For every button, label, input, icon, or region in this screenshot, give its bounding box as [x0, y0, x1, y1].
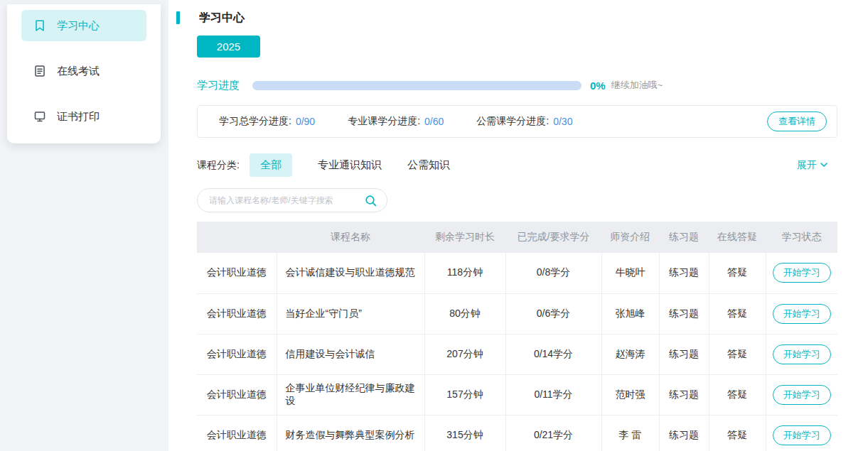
bookmark-icon	[33, 18, 47, 33]
course-credits: 0/21学分	[505, 415, 601, 451]
header-course-name: 课程名称	[277, 222, 424, 253]
course-teacher: 赵海涛	[601, 334, 659, 374]
course-credits: 0/6学分	[505, 293, 601, 334]
chevron-down-icon	[820, 163, 827, 168]
tab-public-knowledge[interactable]: 公需知识	[407, 158, 450, 172]
year-filter-button[interactable]: 2025	[197, 36, 260, 58]
course-action-cell: 开始学习	[766, 253, 837, 293]
course-teacher: 范时强	[601, 374, 659, 415]
course-name: 企事业单位财经纪律与廉政建设	[277, 374, 424, 415]
table-row: 会计职业道德 信用建设与会计诚信 207分钟 0/14学分 赵海涛 练习题 答疑…	[197, 334, 837, 374]
course-teacher: 张旭峰	[601, 293, 659, 334]
total-credit-label: 学习总学分进度:	[219, 115, 291, 128]
course-action-cell: 开始学习	[766, 415, 837, 451]
credit-summary-box: 学习总学分进度: 0/90 专业课学分进度: 0/60 公需课学分进度: 0/3…	[197, 105, 837, 138]
sidebar: 学习中心 在线考试 证书打印	[7, 4, 161, 143]
course-name: 当好企业“守门员”	[277, 293, 424, 334]
start-learning-button[interactable]: 开始学习	[773, 263, 831, 283]
course-action-cell: 开始学习	[766, 293, 837, 334]
exercise-link[interactable]: 练习题	[659, 415, 709, 451]
public-credit-label: 公需课学分进度:	[476, 115, 549, 128]
course-duration: 80分钟	[424, 293, 505, 334]
total-credit-progress: 学习总学分进度: 0/90	[219, 115, 315, 128]
start-learning-button[interactable]: 开始学习	[773, 385, 831, 405]
progress-label: 学习进度	[197, 79, 240, 92]
course-action-cell: 开始学习	[766, 334, 837, 374]
sidebar-item-certificate-print[interactable]: 证书打印	[21, 101, 146, 132]
header-remaining-duration: 剩余学习时长	[424, 222, 505, 253]
start-learning-button[interactable]: 开始学习	[773, 425, 831, 445]
header-online-qa: 在线答疑	[709, 222, 766, 253]
header-exercise: 练习题	[659, 222, 709, 253]
course-duration: 157分钟	[424, 374, 505, 415]
qa-link[interactable]: 答疑	[709, 293, 766, 334]
course-name: 财务造假与舞弊典型案例分析	[277, 415, 424, 451]
tab-all[interactable]: 全部	[250, 153, 292, 177]
exercise-link[interactable]: 练习题	[659, 334, 709, 374]
category-filter-row: 课程分类: 全部 专业通识知识 公需知识 展开	[197, 153, 837, 177]
search-button[interactable]	[365, 195, 377, 207]
course-duration: 315分钟	[424, 415, 505, 451]
course-teacher: 牛晓叶	[601, 253, 659, 293]
progress-percent: 0%	[590, 80, 606, 92]
course-credits: 0/14学分	[505, 334, 601, 374]
course-name: 会计诚信建设与职业道德规范	[277, 253, 424, 293]
sidebar-item-online-exam[interactable]: 在线考试	[21, 55, 146, 87]
progress-encourage-text: 继续加油哦~	[611, 79, 663, 92]
course-duration: 207分钟	[424, 334, 505, 374]
header-credits: 已完成/要求学分	[505, 222, 601, 253]
header-category	[197, 222, 277, 253]
table-row: 会计职业道德 企事业单位财经纪律与廉政建设 157分钟 0/11学分 范时强 练…	[197, 374, 837, 415]
document-icon	[33, 64, 47, 78]
sidebar-item-label: 证书打印	[57, 110, 100, 124]
table-row: 会计职业道德 会计诚信建设与职业道德规范 118分钟 0/8学分 牛晓叶 练习题…	[197, 253, 837, 293]
search-input[interactable]	[209, 195, 365, 205]
search-icon	[365, 195, 377, 207]
sidebar-item-label: 在线考试	[57, 65, 100, 78]
course-duration: 118分钟	[424, 253, 505, 293]
category-label: 课程分类:	[197, 159, 240, 172]
qa-link[interactable]: 答疑	[709, 334, 766, 374]
header-learning-status: 学习状态	[766, 222, 837, 253]
qa-link[interactable]: 答疑	[709, 253, 766, 293]
major-credit-value: 0/60	[424, 116, 444, 127]
major-credit-label: 专业课学分进度:	[348, 115, 420, 128]
page-title-row: 学习中心	[176, 10, 868, 26]
sidebar-item-label: 学习中心	[57, 19, 100, 33]
course-category: 会计职业道德	[197, 374, 277, 415]
course-action-cell: 开始学习	[766, 374, 837, 415]
course-category: 会计职业道德	[197, 253, 277, 293]
course-table: 课程名称 剩余学习时长 已完成/要求学分 师资介绍 练习题 在线答疑 学习状态 …	[197, 222, 837, 451]
main-content: 学习中心 2025 学习进度 0% 继续加油哦~ 学习总学分进度: 0/90 专…	[168, 0, 868, 451]
progress-bar	[252, 81, 582, 90]
start-learning-button[interactable]: 开始学习	[773, 304, 831, 324]
sidebar-item-learning-center[interactable]: 学习中心	[21, 10, 146, 41]
total-credit-value: 0/90	[296, 116, 315, 127]
qa-link[interactable]: 答疑	[709, 374, 766, 415]
qa-link[interactable]: 答疑	[709, 415, 766, 451]
table-header-row: 课程名称 剩余学习时长 已完成/要求学分 师资介绍 练习题 在线答疑 学习状态	[197, 222, 837, 253]
exercise-link[interactable]: 练习题	[659, 374, 709, 415]
course-credits: 0/11学分	[505, 374, 601, 415]
expand-label: 展开	[797, 159, 817, 172]
tab-professional-knowledge[interactable]: 专业通识知识	[318, 158, 382, 172]
search-row	[197, 188, 868, 212]
title-accent-bar	[176, 11, 180, 24]
exercise-link[interactable]: 练习题	[659, 293, 709, 334]
public-credit-progress: 公需课学分进度: 0/30	[476, 115, 572, 128]
table-row: 会计职业道德 当好企业“守门员” 80分钟 0/6学分 张旭峰 练习题 答疑 开…	[197, 293, 837, 334]
start-learning-button[interactable]: 开始学习	[773, 344, 831, 364]
course-category: 会计职业道德	[197, 293, 277, 334]
expand-control[interactable]: 展开	[797, 159, 827, 172]
table-row: 会计职业道德 财务造假与舞弊典型案例分析 315分钟 0/21学分 李 雷 练习…	[197, 415, 837, 451]
course-teacher: 李 雷	[601, 415, 659, 451]
search-box	[197, 188, 387, 212]
major-credit-progress: 专业课学分进度: 0/60	[348, 115, 444, 128]
course-name: 信用建设与会计诚信	[277, 334, 424, 374]
view-details-button[interactable]: 查看详情	[767, 112, 827, 131]
course-category: 会计职业道德	[197, 415, 277, 451]
exercise-link[interactable]: 练习题	[659, 253, 709, 293]
public-credit-value: 0/30	[553, 116, 572, 127]
course-category: 会计职业道德	[197, 334, 277, 374]
progress-row: 学习进度 0% 继续加油哦~	[197, 78, 868, 92]
